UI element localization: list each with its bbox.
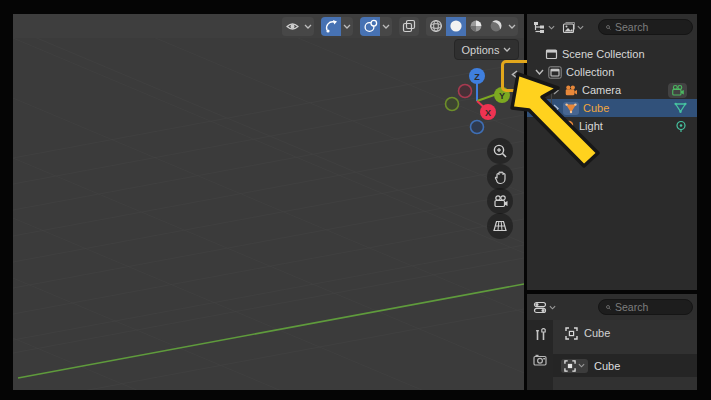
render-camera-icon bbox=[533, 354, 547, 366]
shading-mode-group bbox=[426, 17, 518, 36]
viewport-header bbox=[13, 14, 524, 38]
blender-window: Options Z Y X bbox=[0, 0, 711, 400]
tab-render[interactable] bbox=[533, 354, 547, 366]
outliner-header bbox=[527, 14, 697, 40]
properties-panel: Cube Cube bbox=[527, 294, 697, 390]
axis-neg-y-ball bbox=[446, 98, 459, 111]
perspective-toggle-button[interactable] bbox=[487, 213, 513, 239]
camera-view-button[interactable] bbox=[487, 188, 513, 214]
outliner-editor-icon bbox=[533, 21, 547, 34]
gizmo-icon bbox=[324, 19, 338, 33]
chevron-down-icon bbox=[548, 25, 555, 30]
collection-box-icon bbox=[545, 48, 558, 60]
mesh-data-icon[interactable] bbox=[674, 102, 687, 114]
object-name-row[interactable]: Cube bbox=[553, 354, 697, 377]
grid-y-axis-line bbox=[18, 284, 524, 378]
properties-tab-strip bbox=[527, 320, 553, 390]
light-data-icon[interactable] bbox=[675, 120, 687, 133]
tab-tool[interactable] bbox=[534, 328, 547, 342]
axis-x-label: X bbox=[485, 108, 491, 118]
object-name-value: Cube bbox=[594, 360, 620, 372]
object-type-visibility-button[interactable] bbox=[282, 17, 302, 36]
show-gizmo-button[interactable] bbox=[321, 17, 341, 36]
search-icon bbox=[606, 303, 611, 312]
properties-editor-type-button[interactable] bbox=[531, 300, 558, 315]
show-overlays-group bbox=[360, 17, 392, 36]
properties-search[interactable] bbox=[598, 299, 693, 315]
object-type-visibility-group bbox=[282, 17, 314, 36]
chevron-down-icon bbox=[503, 47, 511, 52]
x-ray-icon bbox=[402, 19, 416, 33]
chevron-down-icon bbox=[577, 25, 584, 30]
show-overlays-button[interactable] bbox=[360, 17, 380, 36]
overlays-icon bbox=[363, 19, 378, 33]
gizmo-dropdown-caret[interactable] bbox=[341, 17, 353, 36]
visibility-dropdown-caret[interactable] bbox=[302, 17, 314, 36]
chevron-down-icon bbox=[578, 363, 585, 368]
axis-z-label: Z bbox=[474, 72, 480, 82]
shading-rendered-button[interactable] bbox=[486, 17, 506, 36]
outliner-search[interactable] bbox=[598, 19, 693, 35]
camera-data-icon[interactable] bbox=[668, 83, 687, 98]
object-icon bbox=[565, 327, 578, 340]
overlays-dropdown-caret[interactable] bbox=[380, 17, 392, 36]
rendered-sphere-icon bbox=[489, 19, 503, 33]
tool-icon bbox=[534, 328, 547, 342]
properties-header bbox=[527, 294, 697, 320]
chevron-down-icon bbox=[549, 305, 556, 310]
search-icon bbox=[606, 23, 611, 32]
show-gizmo-group bbox=[321, 17, 353, 36]
breadcrumb-object-name: Cube bbox=[584, 327, 610, 339]
options-label: Options bbox=[462, 44, 500, 56]
solid-sphere-icon bbox=[449, 19, 463, 33]
camera-view-icon bbox=[492, 194, 509, 209]
perspective-grid-icon bbox=[492, 219, 508, 233]
visibility-eye-icon bbox=[285, 20, 300, 33]
editor-type-button[interactable] bbox=[531, 20, 557, 35]
x-ray-group bbox=[399, 17, 419, 36]
axis-neg-z-ball bbox=[471, 121, 484, 134]
axis-neg-x-ball bbox=[459, 85, 472, 98]
shading-material-preview-button[interactable] bbox=[466, 17, 486, 36]
row-label: Scene Collection bbox=[562, 48, 645, 60]
properties-breadcrumb[interactable]: Cube bbox=[553, 320, 697, 346]
toggle-x-ray-button[interactable] bbox=[399, 17, 419, 36]
shading-solid-button[interactable] bbox=[446, 17, 466, 36]
outliner-row-scene-collection[interactable]: Scene Collection bbox=[527, 45, 697, 63]
properties-editor-icon bbox=[533, 301, 548, 314]
object-icon bbox=[564, 360, 576, 372]
view-layer-icon bbox=[562, 21, 576, 34]
shading-wireframe-button[interactable] bbox=[426, 17, 446, 36]
properties-content: Cube Cube bbox=[553, 320, 697, 390]
object-id-selector[interactable] bbox=[561, 359, 588, 373]
properties-search-input[interactable] bbox=[615, 301, 685, 313]
options-dropdown[interactable]: Options bbox=[454, 39, 519, 60]
display-mode-button[interactable] bbox=[560, 20, 586, 35]
annotation-arrow-cursor bbox=[503, 70, 608, 175]
outliner-search-input[interactable] bbox=[615, 21, 685, 33]
material-sphere-icon bbox=[469, 19, 483, 33]
shading-dropdown-caret[interactable] bbox=[506, 17, 518, 36]
wireframe-sphere-icon bbox=[429, 19, 443, 33]
